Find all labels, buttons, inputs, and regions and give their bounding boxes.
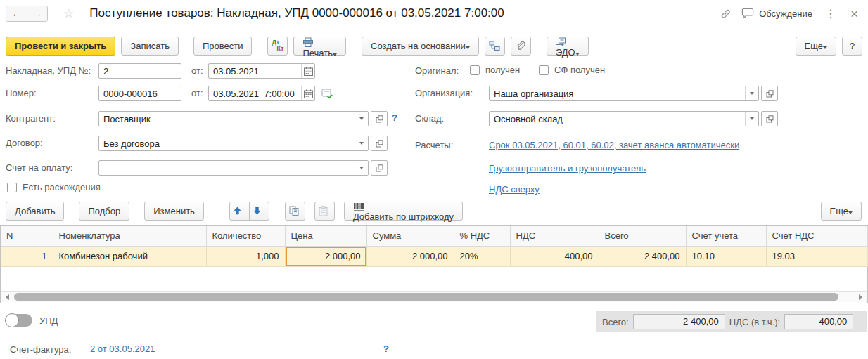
calendar-icon — [304, 67, 313, 76]
cell-nomenclature[interactable]: Комбинезон рабочий — [53, 246, 206, 266]
warehouse-dropdown-button[interactable] — [745, 112, 758, 126]
open-form-icon — [766, 90, 774, 98]
scroll-left-arrow-icon[interactable] — [6, 294, 9, 300]
link-icon[interactable] — [720, 8, 732, 20]
attachments-button[interactable] — [511, 37, 531, 56]
contractor-help-link[interactable]: ? — [392, 112, 397, 123]
cell-vat[interactable]: 400,00 — [510, 246, 599, 266]
upd-toggle[interactable] — [6, 314, 32, 327]
pick-items-button[interactable]: Подбор — [79, 202, 129, 221]
close-icon[interactable]: × — [849, 7, 860, 20]
settlements-link[interactable]: Срок 03.05.2021, 60.01, 60.02, зачет ава… — [489, 140, 739, 150]
paste-rows-button[interactable] — [314, 202, 335, 221]
invoice-factura-label: Счет-фактура: — [10, 342, 71, 358]
shipper-consignee-link[interactable]: Грузоотправитель и грузополучатель — [489, 163, 646, 174]
add-by-barcode-button[interactable]: Добавить по штрихкоду — [344, 202, 463, 221]
organization-field-wrap — [489, 86, 759, 101]
payment-account-dropdown-button[interactable] — [355, 161, 368, 175]
invoice-factura-link[interactable]: 2 от 03.05.2021 — [90, 344, 155, 354]
payment-account-input[interactable] — [99, 161, 355, 175]
cell-quantity[interactable]: 1,000 — [206, 246, 285, 266]
discussion-button[interactable]: Обсуждение — [741, 8, 812, 19]
move-down-button[interactable] — [249, 202, 269, 221]
col-header-account[interactable]: Счет учета — [686, 226, 766, 246]
edit-row-button[interactable]: Изменить — [144, 202, 204, 221]
warehouse-open-button[interactable] — [761, 111, 778, 126]
document-edit-check-icon[interactable] — [321, 89, 333, 99]
col-header-vat[interactable]: НДС — [510, 226, 599, 246]
back-button[interactable]: ← — [6, 6, 27, 21]
post-button[interactable]: Провести — [193, 37, 253, 56]
more-button[interactable]: Еще — [796, 37, 836, 56]
scroll-right-arrow-icon[interactable] — [859, 294, 862, 300]
vat-on-top-link[interactable]: НДС сверху — [489, 184, 540, 195]
discrepancy-checkbox-row: Есть расхождения — [7, 182, 101, 192]
edo-button[interactable]: ЭДО — [547, 37, 589, 56]
col-header-quantity[interactable]: Количество — [206, 226, 285, 246]
contract-field-wrap — [98, 136, 369, 151]
contract-open-button[interactable] — [371, 136, 388, 151]
add-row-button[interactable]: Добавить — [6, 202, 64, 221]
payment-account-open-button[interactable] — [371, 160, 388, 176]
col-header-total[interactable]: Всего — [599, 226, 686, 246]
move-up-button[interactable] — [229, 202, 250, 221]
number-input[interactable] — [99, 86, 181, 100]
cell-total[interactable]: 2 400,00 — [599, 246, 686, 266]
col-header-price[interactable]: Цена — [285, 226, 366, 246]
contract-input[interactable] — [99, 136, 355, 150]
invoice-number-input[interactable] — [99, 64, 181, 78]
cell-price-selected[interactable]: 2 000,00 — [285, 246, 366, 266]
cell-sum[interactable]: 2 000,00 — [366, 246, 454, 266]
invoice-factura-help-link[interactable]: ? — [383, 344, 389, 354]
copy-rows-button[interactable] — [285, 202, 305, 221]
cell-n[interactable]: 1 — [1, 246, 53, 266]
organization-dropdown-button[interactable] — [745, 86, 758, 100]
cell-account[interactable]: 10.10 — [686, 246, 766, 266]
original-received-checkbox[interactable] — [470, 65, 480, 75]
warehouse-input[interactable] — [490, 112, 745, 126]
sf-received-checkbox[interactable] — [539, 65, 549, 75]
cell-vat-account[interactable]: 19.03 — [766, 246, 867, 266]
contractor-input[interactable] — [99, 112, 355, 126]
related-documents-button[interactable] — [485, 37, 505, 56]
titlebar-actions: Обсуждение ⋮ × — [720, 7, 868, 20]
invoice-date-input[interactable] — [209, 64, 301, 78]
col-header-sum[interactable]: Сумма — [366, 226, 454, 246]
write-button[interactable]: Записать — [121, 37, 179, 56]
col-header-vat-percent[interactable]: % НДС — [454, 226, 510, 246]
cell-vat-percent[interactable]: 20% — [454, 246, 510, 266]
organization-open-button[interactable] — [761, 86, 778, 101]
upd-toggle-row: УПД — [6, 314, 58, 327]
col-header-vat-account[interactable]: Счет НДС — [766, 226, 867, 246]
invoice-number-label: Накладная, УПД №: — [6, 63, 91, 79]
arrow-down-icon — [253, 207, 265, 215]
create-based-on-button[interactable]: Создать на основании — [362, 37, 479, 56]
forward-button[interactable]: → — [27, 6, 47, 21]
items-more-button[interactable]: Еще — [821, 202, 862, 221]
col-header-n[interactable]: N — [1, 226, 53, 246]
total-value: 2 400,00 — [633, 314, 725, 329]
scrollbar-thumb[interactable] — [14, 293, 838, 301]
grid-row-1: 1 Комбинезон рабочий 1,000 2 000,00 2 00… — [1, 246, 867, 266]
col-header-nomenclature[interactable]: Номенклатура — [53, 226, 206, 246]
horizontal-scrollbar[interactable] — [1, 291, 867, 302]
invoice-date-calendar-button[interactable] — [301, 64, 314, 78]
help-button[interactable]: ? — [842, 37, 862, 56]
contract-dropdown-button[interactable] — [355, 136, 368, 150]
totals-panel: Всего: 2 400,00 НДС (в т.ч.): 400,00 — [596, 311, 867, 332]
contractor-field-wrap — [98, 111, 369, 126]
print-button[interactable]: Печать — [293, 37, 346, 56]
contractor-dropdown-button[interactable] — [355, 112, 368, 126]
document-date-calendar-button[interactable] — [301, 86, 314, 100]
dt-kt-postings-button[interactable]: ДтКт — [267, 37, 288, 56]
original-label: Оригинал: — [415, 63, 459, 79]
post-and-close-button[interactable]: Провести и закрыть — [6, 37, 115, 56]
organization-input[interactable] — [490, 86, 745, 100]
contractor-open-button[interactable] — [371, 111, 388, 126]
contractor-label: Контрагент: — [6, 111, 56, 126]
kebab-menu-icon[interactable]: ⋮ — [822, 7, 839, 20]
discrepancy-checkbox[interactable] — [7, 183, 17, 192]
invoice-number-field-wrap — [98, 63, 181, 79]
document-date-input[interactable] — [209, 86, 301, 100]
favorite-star-icon[interactable]: ☆ — [63, 6, 74, 21]
